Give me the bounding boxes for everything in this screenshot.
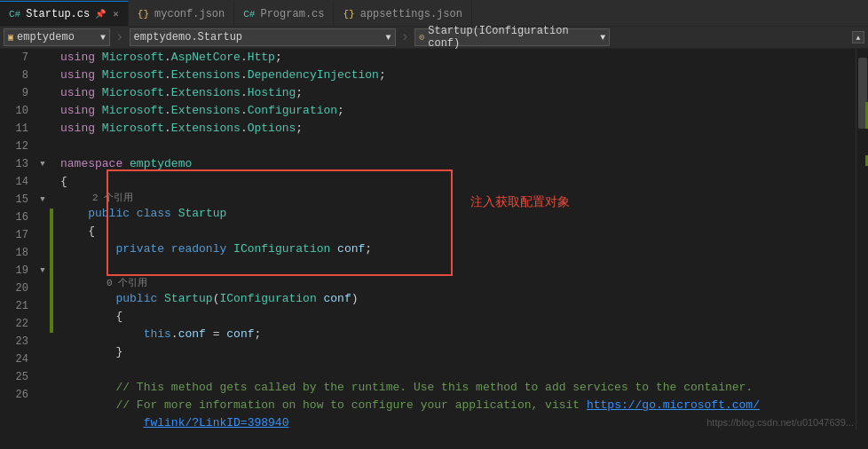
nav-method-dropdown[interactable]: ⊙ Startup(IConfiguration conf) ▼ (414, 28, 610, 46)
code-line-18 (60, 258, 856, 276)
fold-15-icon[interactable]: ▼ (40, 195, 44, 204)
code-line-25: // For more information on how to config… (60, 397, 856, 414)
ref-count-ctor: 0 个引用 (60, 276, 856, 290)
fold-11 (36, 120, 50, 138)
line-num-21: 21 (0, 297, 28, 315)
scrollbar-right[interactable] (856, 49, 868, 429)
tab-cs-icon: C# (9, 9, 20, 20)
fold-10 (36, 102, 50, 120)
fold-21 (36, 297, 50, 315)
fold-13-icon[interactable]: ▼ (40, 160, 44, 169)
code-line-9: using Microsoft.Extensions.Hosting; (60, 84, 856, 102)
line-num-25: 25 (0, 368, 28, 386)
code-line-16: { (60, 223, 856, 240)
editor-container: 7 8 9 10 11 12 13 14 15 16 17 18 19 20 2… (0, 49, 868, 429)
tab-pin-icon: 📌 (95, 9, 106, 20)
line-num-7: 7 (0, 49, 28, 67)
line-numbers: 7 8 9 10 11 12 13 14 15 16 17 18 19 20 2… (0, 49, 36, 429)
tab-json2-icon: {} (343, 9, 354, 20)
ref-count-class-text: 2 个引用 (92, 191, 133, 205)
code-line-17: private readonly IConfiguration conf; (60, 240, 856, 258)
tab-startup-cs[interactable]: C# Startup.cs 📌 ✕ (0, 1, 129, 26)
line-num-14: 14 (0, 173, 28, 191)
code-line-12 (60, 138, 856, 155)
code-area[interactable]: using Microsoft.AspNetCore.Http; using M… (53, 49, 856, 429)
code-line-15: public class Startup (60, 205, 856, 223)
fold-8 (36, 67, 50, 84)
watermark: https://blog.csdn.net/u01047639... (706, 417, 854, 428)
nav-sep1: › (115, 29, 124, 45)
fold-13[interactable]: ▼ (36, 155, 50, 173)
tab-json1-icon: {} (138, 9, 149, 20)
tab-cs2-icon: C# (243, 9, 255, 20)
nav-sep2: › (401, 29, 410, 45)
ref-count-class: 2 个引用 (60, 191, 856, 205)
tab-myconf-json[interactable]: {} myconf.json (129, 1, 234, 26)
nav-file-dropdown[interactable]: emptydemo.Startup ▼ (130, 28, 396, 46)
fold-20 (36, 280, 50, 297)
fold-24 (36, 351, 50, 368)
tab-appsettings-json[interactable]: {} appsettings.json (334, 1, 471, 26)
fold-19[interactable]: ▼ (36, 262, 50, 280)
code-line-13: namespace emptydemo (60, 155, 856, 173)
nav-project-icon: ▣ (8, 32, 13, 43)
line-num-10: 10 (0, 102, 28, 120)
tab-bar: C# Startup.cs 📌 ✕ {} myconf.json C# Prog… (0, 0, 868, 27)
fold-15[interactable]: ▼ (36, 191, 50, 209)
line-num-22: 22 (0, 315, 28, 333)
tab-startup-cs-label: Startup.cs (26, 8, 90, 20)
fold-17 (36, 226, 50, 244)
code-line-7: using Microsoft.AspNetCore.Http; (60, 49, 856, 67)
code-line-8: using Microsoft.Extensions.DependencyInj… (60, 67, 856, 84)
tab-program-cs[interactable]: C# Program.cs (234, 1, 334, 26)
fold-26 (36, 386, 50, 404)
fold-14 (36, 173, 50, 191)
tab-program-cs-label: Program.cs (260, 8, 324, 20)
code-line-14: { (60, 173, 856, 191)
nav-project-chevron: ▼ (100, 33, 106, 43)
line-num-23: 23 (0, 333, 28, 351)
annotation-label: 注入获取配置对象 (470, 194, 570, 210)
line-num-12: 12 (0, 138, 28, 155)
nav-method-chevron: ▼ (600, 33, 605, 43)
code-line-24: // This method gets called by the runtim… (60, 379, 856, 397)
code-line-19: public Startup(IConfiguration conf) (60, 290, 856, 308)
line-num-9: 9 (0, 84, 28, 102)
nav-method-icon: ⊙ (419, 32, 424, 43)
tab-appsettings-json-label: appsettings.json (360, 8, 462, 20)
code-line-23 (60, 361, 856, 379)
line-num-20: 20 (0, 280, 28, 297)
code-line-20: { (60, 308, 856, 326)
nav-file-chevron: ▼ (386, 33, 391, 43)
line-num-19: 19 (0, 262, 28, 280)
fold-25 (36, 368, 50, 386)
code-line-11: using Microsoft.Extensions.Options; (60, 120, 856, 138)
fold-column: ▼ ▼ ▼ (36, 49, 50, 429)
nav-project-label: emptydemo (17, 31, 75, 43)
code-line-21: this.conf = conf; (60, 326, 856, 343)
nav-scroll-up[interactable]: ▲ (852, 31, 864, 43)
nav-project-dropdown[interactable]: ▣ emptydemo ▼ (4, 28, 110, 46)
fold-12 (36, 138, 50, 155)
line-num-17: 17 (0, 226, 28, 244)
fold-16 (36, 209, 50, 226)
fold-19-icon[interactable]: ▼ (40, 266, 44, 275)
code-line-22: } (60, 343, 856, 361)
nav-file-label: emptydemo.Startup (134, 31, 242, 43)
fold-9 (36, 84, 50, 102)
line-num-16: 16 (0, 209, 28, 226)
line-num-26: 26 (0, 386, 28, 404)
line-num-18: 18 (0, 244, 28, 262)
line-num-24: 24 (0, 351, 28, 368)
nav-bar: ▣ emptydemo ▼ › emptydemo.Startup ▼ › ⊙ … (0, 27, 868, 49)
nav-right-buttons: ▲ (852, 31, 864, 43)
code-line-10: using Microsoft.Extensions.Configuration… (60, 102, 856, 120)
fold-22 (36, 315, 50, 333)
tab-myconf-json-label: myconf.json (154, 8, 225, 20)
fold-7 (36, 49, 50, 67)
tab-startup-cs-close[interactable]: ✕ (113, 8, 119, 20)
nav-method-label: Startup(IConfiguration conf) (428, 25, 596, 50)
fold-23 (36, 333, 50, 351)
line-num-15: 15 (0, 191, 28, 209)
ref-count-ctor-text: 0 个引用 (107, 276, 147, 290)
